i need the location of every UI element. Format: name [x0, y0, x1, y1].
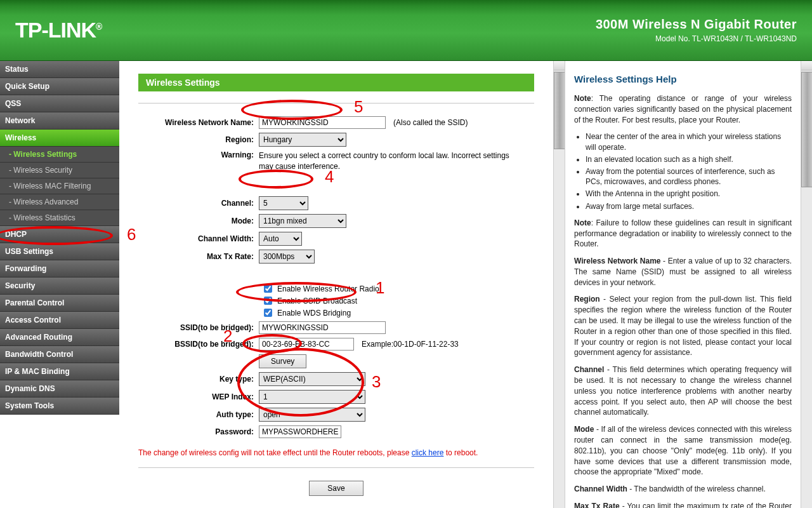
- input-password[interactable]: [259, 425, 341, 438]
- label-warning: Warning:: [138, 150, 259, 159]
- label-wep-index: WEP Index:: [138, 392, 259, 401]
- sidebar: Status Quick Setup QSS Network Wireless …: [0, 61, 119, 508]
- nav-security[interactable]: Security: [0, 277, 119, 295]
- help-panel: Wireless Settings Help Note: The operati…: [565, 61, 801, 508]
- help-channel-label: Channel: [574, 365, 604, 374]
- nav-parental-control[interactable]: Parental Control: [0, 295, 119, 312]
- select-channel-width[interactable]: Auto: [259, 232, 302, 246]
- brand-logo: TP-LINK®: [15, 18, 102, 43]
- annotation-number-5: 5: [354, 97, 363, 117]
- label-max-tx-rate: Max Tx Rate:: [138, 252, 259, 261]
- main-panel: Wireless Settings Wireless Network Name:…: [119, 61, 553, 508]
- label-region: Region:: [138, 135, 259, 144]
- label-ssid: Wireless Network Name:: [138, 118, 259, 127]
- main-scrollbar[interactable]: [553, 61, 565, 508]
- checkbox-enable-broadcast[interactable]: [264, 297, 272, 305]
- hint-ssid: (Also called the SSID): [393, 118, 468, 127]
- nav-bandwidth-control[interactable]: Bandwidth Control: [0, 346, 119, 363]
- nav-dhcp[interactable]: DHCP: [0, 226, 119, 243]
- select-wep-index[interactable]: 1: [259, 390, 365, 404]
- help-note2-label: Note: [574, 218, 591, 227]
- help-note2-text: : Failure to follow these guidelines can…: [574, 218, 792, 249]
- input-ssid[interactable]: [259, 116, 386, 129]
- survey-button[interactable]: Survey: [259, 354, 306, 368]
- nav-wireless-advanced[interactable]: - Wireless Advanced: [0, 194, 119, 210]
- panel-title: Wireless Settings: [138, 74, 534, 91]
- help-cwidth-text: - The bandwidth of the wireless channel.: [627, 485, 766, 493]
- help-mode-label: Mode: [574, 425, 594, 434]
- help-wname-label: Wireless Network Name: [574, 257, 660, 265]
- nav-usb-settings[interactable]: USB Settings: [0, 243, 119, 260]
- warning-text: Ensure you select a correct country to c…: [259, 150, 525, 172]
- nav-wireless-settings[interactable]: - Wireless Settings: [0, 147, 119, 163]
- help-region-label: Region: [574, 295, 600, 304]
- select-auth-type[interactable]: open: [259, 408, 365, 422]
- label-mode: Mode:: [138, 217, 259, 225]
- help-maxtx-label: Max Tx Rate: [574, 502, 620, 508]
- label-ssid-bridged: SSID(to be bridged):: [138, 323, 259, 332]
- help-title: Wireless Settings Help: [574, 74, 792, 84]
- reboot-note-post: to reboot.: [443, 448, 478, 457]
- nav-wireless-mac[interactable]: - Wireless MAC Filtering: [0, 178, 119, 194]
- help-li-4: With the Antenna in the upright position…: [586, 189, 792, 199]
- label-enable-radio: Enable Wireless Router Radio: [277, 284, 379, 293]
- label-auth-type: Auth type:: [138, 410, 259, 419]
- nav-wireless[interactable]: Wireless: [0, 130, 119, 147]
- nav-network[interactable]: Network: [0, 112, 119, 130]
- select-key-type[interactable]: WEP(ASCII): [259, 372, 365, 386]
- help-region-text: - Select your region from the pull-down …: [574, 295, 792, 357]
- nav-wireless-statistics[interactable]: - Wireless Statistics: [0, 210, 119, 226]
- checkbox-enable-radio[interactable]: [264, 284, 272, 293]
- select-mode[interactable]: 11bgn mixed: [259, 214, 346, 228]
- label-bssid-bridged: BSSID(to be bridged):: [138, 340, 259, 349]
- model-number: Model No. TL-WR1043N / TL-WR1043ND: [596, 34, 797, 43]
- help-scrollbar[interactable]: [801, 61, 812, 508]
- nav-advanced-routing[interactable]: Advanced Routing: [0, 329, 119, 346]
- nav-quick-setup[interactable]: Quick Setup: [0, 78, 119, 95]
- nav-ip-mac-binding[interactable]: IP & MAC Binding: [0, 363, 119, 380]
- help-placement-list: Near the center of the area in which you…: [586, 131, 792, 211]
- banner-right: 300M Wireless N Gigabit Router Model No.…: [596, 17, 797, 43]
- help-note1-label: Note: [574, 94, 591, 103]
- help-cwidth-label: Channel Width: [574, 485, 627, 493]
- help-li-2: In an elevated location such as a high s…: [586, 154, 792, 164]
- label-enable-wds: Enable WDS Bridging: [277, 309, 351, 318]
- label-key-type: Key type:: [138, 375, 259, 384]
- label-channel: Channel:: [138, 199, 259, 208]
- nav-status[interactable]: Status: [0, 61, 119, 78]
- reboot-link[interactable]: click here: [412, 448, 444, 457]
- nav-access-control[interactable]: Access Control: [0, 312, 119, 329]
- reboot-note: The change of wireless config will not t…: [138, 448, 534, 457]
- help-li-1: Near the center of the area in which you…: [586, 131, 792, 152]
- select-channel[interactable]: 5: [259, 196, 308, 210]
- select-region[interactable]: Hungary: [259, 133, 346, 147]
- help-mode-text: - If all of the wireless devices connect…: [574, 425, 792, 476]
- nav-forwarding[interactable]: Forwarding: [0, 260, 119, 277]
- help-channel-text: - This field determines which operating …: [574, 365, 792, 417]
- help-li-3: Away from the potential sources of inter…: [586, 166, 792, 187]
- product-name: 300M Wireless N Gigabit Router: [596, 17, 797, 32]
- nav-dynamic-dns[interactable]: Dynamic DNS: [0, 380, 119, 398]
- save-button[interactable]: Save: [309, 481, 363, 496]
- nav-wireless-security[interactable]: - Wireless Security: [0, 163, 119, 178]
- nav-qss[interactable]: QSS: [0, 95, 119, 112]
- help-li-5: Away from large metal surfaces.: [586, 201, 792, 211]
- label-channel-width: Channel Width:: [138, 234, 259, 243]
- hint-bssid-example: Example:00-1D-0F-11-22-33: [362, 340, 459, 349]
- reboot-note-pre: The change of wireless config will not t…: [138, 448, 412, 457]
- input-ssid-bridged[interactable]: [259, 321, 386, 334]
- brand-text: TP-LINK: [15, 18, 96, 42]
- label-enable-broadcast: Enable SSID Broadcast: [277, 297, 357, 305]
- nav-system-tools[interactable]: System Tools: [0, 398, 119, 415]
- checkbox-enable-wds[interactable]: [264, 309, 272, 317]
- input-bssid-bridged[interactable]: [259, 338, 354, 351]
- header-banner: TP-LINK® 300M Wireless N Gigabit Router …: [0, 0, 812, 61]
- select-max-tx-rate[interactable]: 300Mbps: [259, 250, 315, 264]
- help-note1-text: : The operating distance or range of you…: [574, 94, 792, 124]
- label-password: Password:: [138, 427, 259, 436]
